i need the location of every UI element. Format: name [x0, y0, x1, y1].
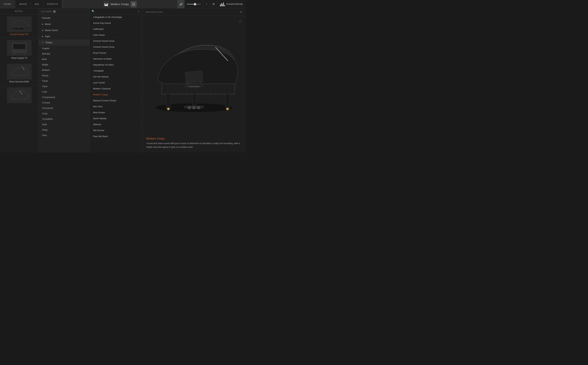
- tab-mix[interactable]: MIX: [31, 0, 43, 8]
- filter-timbre-item-bell-like[interactable]: Bell-like: [39, 51, 89, 56]
- volume-area: [185, 0, 203, 8]
- preset-item-calm-down[interactable]: Calm Down: [89, 32, 142, 38]
- preset-item-natural-concert-grand[interactable]: Natural Concert Grand: [89, 98, 142, 104]
- tab-effects[interactable]: EFFECTS: [43, 0, 62, 8]
- model-item-royal-upright-y5[interactable]: Royal Upright Y5: [0, 38, 38, 62]
- svg-rect-45: [185, 71, 203, 83]
- model-image-black-diamond-b280: [7, 64, 32, 79]
- model-image-fourth: [7, 87, 32, 103]
- preset-item-oblivion[interactable]: Oblivion: [89, 121, 142, 127]
- filter-timbre[interactable]: ▼ Timbre: [39, 39, 89, 46]
- favorite-star-button[interactable]: ☆: [238, 19, 242, 24]
- brand-name: PIANOVERSE: [226, 3, 243, 6]
- preset-item-i-dissipate[interactable]: I Dissipate: [89, 68, 142, 74]
- filter-favorite-label: Favorite: [42, 17, 50, 19]
- search-icon: 🔍: [92, 10, 94, 13]
- preset-item-old-school[interactable]: Old School: [89, 127, 142, 133]
- filter-timbre-item-bold[interactable]: Bold: [39, 56, 89, 62]
- model-name-royal-upright-y5: Royal Upright Y5: [11, 57, 27, 59]
- preset-item-modern-classical[interactable]: Modern Classical: [89, 86, 142, 92]
- svg-rect-1: [13, 27, 14, 29]
- filter-mood-label: Mood: [45, 23, 51, 25]
- preset-item-pass-my-band[interactable]: Pass My Band: [89, 133, 142, 139]
- filter-mood[interactable]: ▶ Mood: [39, 21, 89, 27]
- preset-item-hammers-and-notes[interactable]: Hammers & Notes: [89, 56, 142, 62]
- preset-item-drop-frames[interactable]: Drop Frames: [89, 50, 142, 56]
- timbre-subitems: AngelicBell-likeBoldBrightBrilliantBuzzy…: [39, 46, 89, 138]
- tab-space[interactable]: SPACE: [15, 0, 31, 8]
- close-filters-button[interactable]: ✕: [53, 10, 56, 13]
- preset-item-last-tunnel[interactable]: Last Tunnel: [89, 80, 142, 86]
- filter-style[interactable]: ▶ Style: [39, 33, 89, 39]
- search-input[interactable]: [96, 10, 136, 13]
- preset-piano-icon: 🎹: [103, 1, 109, 7]
- preset-item-a-bagatelle-in-the-hermitage[interactable]: A Bagatelle in the Hermitage: [89, 14, 142, 20]
- model-panel-header: MODEL: [0, 8, 38, 14]
- preset-item-concert-grand-close[interactable]: Concert Grand Close: [89, 44, 142, 50]
- preset-item-neo-soul[interactable]: Neo Soul: [89, 104, 142, 110]
- preset-item-north-atlantic[interactable]: North Atlantic: [89, 116, 142, 121]
- model-item-black-diamond-b280[interactable]: Black Diamond B280: [0, 62, 38, 85]
- alert-icon-btn[interactable]: !: [203, 0, 210, 8]
- filter-timbre-item-clean[interactable]: Clean: [39, 78, 89, 84]
- filter-timbre-item-clear[interactable]: Clear: [39, 84, 89, 89]
- filter-favorite[interactable]: Favorite: [39, 15, 89, 21]
- description-body: A loud and clear sound with just a touch…: [146, 142, 241, 149]
- filter-timbre-item-brilliant[interactable]: Brilliant: [39, 67, 89, 73]
- filter-timbre-item-compressed[interactable]: Compressed: [39, 94, 89, 100]
- preset-area: 🎹 Modern Crispy: [62, 0, 178, 8]
- preset-item-into-the-nebula[interactable]: Into the Nebula: [89, 74, 142, 80]
- svg-rect-3: [18, 27, 19, 29]
- description-header-title: DESCRIPTION: [146, 11, 163, 13]
- filter-timbre-item-crescendo[interactable]: Crescendo: [39, 105, 89, 111]
- filter-timbre-item-crisp[interactable]: Crisp: [39, 111, 89, 116]
- filters-title: FILTERS: [41, 11, 52, 13]
- volume-slider[interactable]: [187, 4, 201, 5]
- piano-image-area: ☆: [142, 16, 246, 134]
- svg-rect-11: [25, 74, 26, 77]
- preset-menu-button[interactable]: [131, 1, 137, 7]
- svg-rect-40: [197, 106, 200, 109]
- preset-item-concert-grand-close[interactable]: Concert Grand Close: [89, 38, 142, 44]
- tab-piano[interactable]: PIANO: [0, 0, 15, 8]
- filter-timbre-item-angelic[interactable]: Angelic: [39, 46, 89, 51]
- svg-rect-35: [225, 94, 230, 109]
- filter-style-arrow: ▶: [42, 35, 44, 37]
- filter-style-label: Style: [45, 35, 50, 38]
- filter-timbre-item-creamy[interactable]: Creamy: [39, 100, 89, 105]
- filter-music-genre[interactable]: ▶ Music Genre: [39, 27, 89, 33]
- filter-timbre-item-bright[interactable]: Bright: [39, 62, 89, 67]
- filter-timbre-item-buzzy[interactable]: Buzzy: [39, 73, 89, 78]
- settings-icon-btn[interactable]: ⚙: [210, 0, 217, 8]
- filter-timbre-arrow: ▼: [42, 42, 44, 43]
- model-item-concert-grand-yf3[interactable]: Concert Grand YF3: [0, 14, 38, 38]
- description-header: DESCRIPTION ✕: [142, 8, 246, 16]
- svg-point-41: [167, 108, 170, 110]
- search-clear-button[interactable]: ✕: [138, 10, 140, 13]
- speaker-icon-btn[interactable]: 🔊: [178, 0, 185, 8]
- pianoverse-logo: PIANOVERSE: [217, 2, 246, 6]
- filters-header: FILTERS ✕: [39, 8, 89, 15]
- preset-item-modern-crispy[interactable]: Modern Crispy: [89, 92, 142, 98]
- svg-rect-5: [13, 44, 25, 49]
- model-item-fourth[interactable]: [0, 85, 38, 106]
- filter-timbre-item-crystalline[interactable]: Crystalline: [39, 116, 89, 122]
- preset-item-harpsikoto-on-mars[interactable]: HarpsiKoto On Mars: [89, 62, 142, 68]
- filter-timbre-item-cold[interactable]: Cold: [39, 89, 89, 94]
- svg-rect-8: [23, 53, 25, 55]
- presets-panel: 🔍 ✕ A Bagatelle in the HermitageArena Po…: [89, 8, 142, 153]
- preset-item-arena-pop-grand[interactable]: Arena Pop Grand: [89, 20, 142, 26]
- filter-genre-label: Music Genre: [45, 29, 58, 32]
- svg-rect-14: [13, 98, 13, 100]
- description-preset-name: Modern Crispy: [146, 137, 241, 140]
- description-panel: DESCRIPTION ✕ ☆: [142, 8, 246, 153]
- filter-timbre-item-deep[interactable]: Deep: [39, 127, 89, 133]
- svg-rect-34: [166, 94, 171, 109]
- filter-timbre-item-dirty[interactable]: Dirty: [39, 133, 89, 138]
- piano-3d-image: PIANOVERSE: [146, 20, 242, 131]
- close-description-button[interactable]: ✕: [240, 10, 242, 14]
- preset-item-calibrated[interactable]: Calibrated: [89, 26, 142, 32]
- filter-timbre-item-dark[interactable]: Dark: [39, 122, 89, 127]
- filter-timbre-label: Timbre: [45, 41, 52, 44]
- preset-item-new-house[interactable]: New House: [89, 110, 142, 116]
